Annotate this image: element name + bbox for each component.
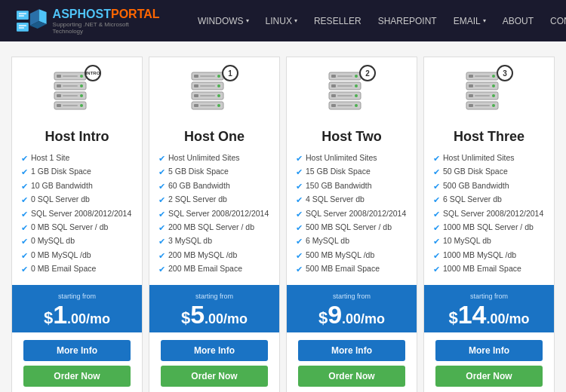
logo-name: ASPHOSTPORTAL [53, 8, 160, 21]
feature-item: ✔500 MB SQL Server / db [296, 222, 408, 234]
more-info-button[interactable]: More Info [298, 340, 405, 361]
plan-badge: 1 [222, 65, 238, 81]
check-icon: ✔ [296, 167, 303, 178]
order-now-button[interactable]: Order Now [161, 366, 268, 387]
check-icon: ✔ [296, 236, 303, 247]
svg-rect-60 [492, 75, 495, 78]
button-area: More Info Order Now [12, 332, 142, 392]
check-icon: ✔ [433, 209, 440, 220]
svg-rect-55 [337, 105, 352, 106]
svg-rect-66 [469, 94, 473, 97]
feature-item: ✔500 GB Bandwidth [433, 180, 545, 192]
svg-rect-54 [331, 104, 336, 107]
svg-rect-4 [19, 24, 26, 26]
check-icon: ✔ [158, 167, 165, 178]
feature-item: ✔50 GB Disk Space [433, 166, 545, 178]
plan-badge: INTRO [85, 65, 101, 81]
feature-item: ✔SQL Server 2008/2012/2014 [158, 208, 270, 220]
check-icon: ✔ [158, 250, 165, 262]
plan-name: Host Intro [45, 129, 109, 145]
svg-rect-23 [63, 105, 78, 106]
svg-rect-16 [80, 84, 83, 87]
starting-from-label: starting from [155, 292, 273, 300]
button-area: More Info Order Now [287, 332, 417, 392]
check-icon: ✔ [433, 167, 440, 178]
check-icon: ✔ [433, 153, 440, 164]
main-nav: WINDOWS▾ LINUX▾ RESELLER SHAREPOINT EMAI… [190, 11, 566, 31]
nav-sharepoint[interactable]: SHAREPOINT [371, 11, 444, 31]
check-icon: ✔ [21, 153, 28, 164]
svg-rect-42 [331, 75, 336, 78]
plan-icon-area: 3 [451, 57, 527, 129]
feature-item: ✔500 MB MySQL /db [296, 250, 408, 262]
svg-rect-39 [200, 105, 215, 106]
chevron-down-icon: ▾ [246, 17, 249, 24]
price-decimal: .00/mo [67, 311, 110, 326]
check-icon: ✔ [21, 181, 28, 192]
nav-about[interactable]: ABOUT [495, 11, 541, 31]
feature-item: ✔10 GB Bandwidth [21, 180, 133, 192]
svg-rect-32 [217, 84, 220, 87]
main-content: INTRO Host Intro ✔Host 1 Site✔1 GB Disk … [0, 41, 566, 392]
nav-email[interactable]: EMAIL▾ [446, 11, 494, 31]
button-area: More Info Order Now [424, 332, 554, 392]
features-list: ✔Host Unlimited Sites✔5 GB Disk Space✔60… [149, 152, 279, 285]
feature-item: ✔3 MySQL db [158, 235, 270, 247]
svg-rect-18 [57, 94, 61, 97]
nav-linux[interactable]: LINUX▾ [258, 11, 305, 31]
svg-rect-22 [57, 104, 61, 107]
price-box: starting from $14.00/mo [424, 285, 554, 332]
feature-item: ✔Host 1 Site [21, 152, 133, 164]
logo-asp: ASP [53, 8, 78, 20]
more-info-button[interactable]: More Info [161, 340, 268, 361]
plan-name: Host One [184, 129, 245, 145]
svg-rect-24 [80, 104, 83, 107]
price-dollar-sign: $ [181, 308, 190, 327]
check-icon: ✔ [21, 264, 28, 275]
price-dollar-sign: $ [318, 308, 328, 327]
nav-windows[interactable]: WINDOWS▾ [190, 11, 257, 31]
feature-item: ✔5 GB Disk Space [158, 166, 270, 178]
price-big: 14 [458, 300, 487, 329]
feature-item: ✔SQL Server 2008/2012/2014 [296, 208, 408, 220]
check-icon: ✔ [296, 250, 303, 262]
check-icon: ✔ [296, 222, 303, 234]
feature-item: ✔6 SQL Server db [433, 194, 545, 206]
price-decimal: .00/mo [342, 311, 385, 326]
more-info-button[interactable]: More Info [435, 340, 543, 361]
svg-rect-56 [355, 104, 358, 107]
svg-rect-44 [355, 75, 358, 78]
feature-item: ✔1 GB Disk Space [21, 166, 133, 178]
feature-item: ✔60 GB Bandwidth [158, 180, 270, 192]
feature-item: ✔SQL Server 2008/2012/2014 [21, 208, 133, 220]
check-icon: ✔ [158, 264, 165, 275]
plan-icon-area: 1 [177, 57, 252, 129]
feature-item: ✔6 MySQL db [296, 235, 408, 247]
svg-rect-64 [492, 84, 495, 87]
order-now-button[interactable]: Order Now [435, 366, 543, 387]
svg-rect-46 [331, 84, 336, 87]
check-icon: ✔ [158, 181, 165, 192]
nav-contact[interactable]: CONTACT [543, 11, 566, 31]
svg-rect-40 [217, 104, 220, 107]
check-icon: ✔ [21, 236, 28, 247]
price-dollar-sign: $ [44, 308, 53, 327]
plan-name: Host Two [321, 129, 382, 145]
svg-rect-59 [475, 75, 490, 77]
starting-from-label: starting from [18, 292, 136, 300]
order-now-button[interactable]: Order Now [23, 366, 131, 387]
plan-card-one: 1 Host One ✔Host Unlimited Sites✔5 GB Di… [149, 57, 280, 392]
check-icon: ✔ [158, 153, 165, 164]
plan-icon-area: INTRO [39, 57, 115, 129]
feature-item: ✔1000 MB SQL Server / db [433, 222, 545, 234]
nav-reseller[interactable]: RESELLER [306, 11, 369, 31]
svg-rect-26 [194, 75, 198, 78]
price-big: 1 [53, 300, 67, 329]
check-icon: ✔ [158, 209, 165, 220]
feature-item: ✔1000 MB Email Space [433, 263, 545, 275]
svg-rect-1 [19, 13, 26, 14]
order-now-button[interactable]: Order Now [298, 366, 405, 387]
logo: ASPHOSTPORTAL Supporting .NET & Microsof… [15, 8, 160, 35]
feature-item: ✔Host Unlimited Sites [296, 152, 408, 164]
more-info-button[interactable]: More Info [23, 340, 131, 361]
